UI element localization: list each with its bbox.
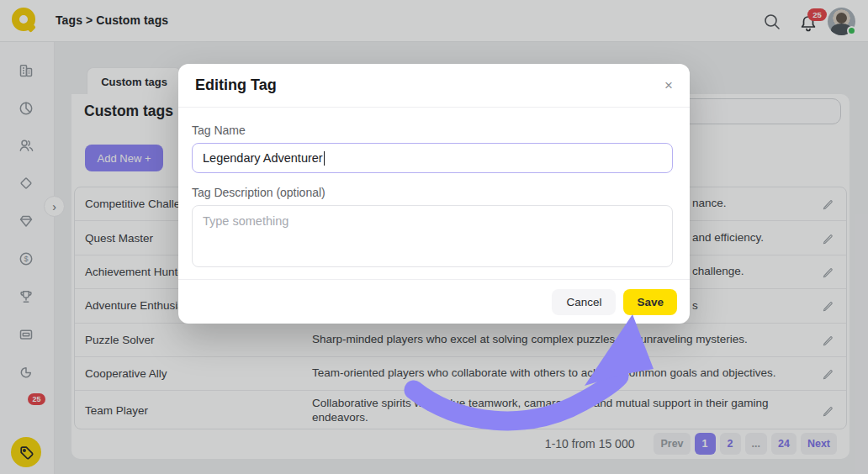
close-icon[interactable]: ×: [664, 78, 673, 92]
modal-header: Editing Tag ×: [178, 64, 690, 108]
tag-description-input[interactable]: [192, 205, 673, 267]
text-caret: [324, 151, 325, 166]
cancel-button[interactable]: Cancel: [552, 289, 616, 315]
save-button[interactable]: Save: [623, 289, 677, 315]
tag-name-label: Tag Name: [192, 124, 673, 137]
modal-title: Editing Tag: [195, 76, 277, 94]
tag-name-value: Legendary Adventurer: [203, 151, 323, 165]
modal-footer: Cancel Save: [178, 279, 690, 324]
tag-name-input[interactable]: Legendary Adventurer: [192, 143, 673, 173]
tag-description-label: Tag Description (optional): [192, 186, 673, 199]
editing-tag-modal: Editing Tag × Tag Name Legendary Adventu…: [178, 64, 690, 324]
modal-body: Tag Name Legendary Adventurer Tag Descri…: [178, 108, 690, 267]
